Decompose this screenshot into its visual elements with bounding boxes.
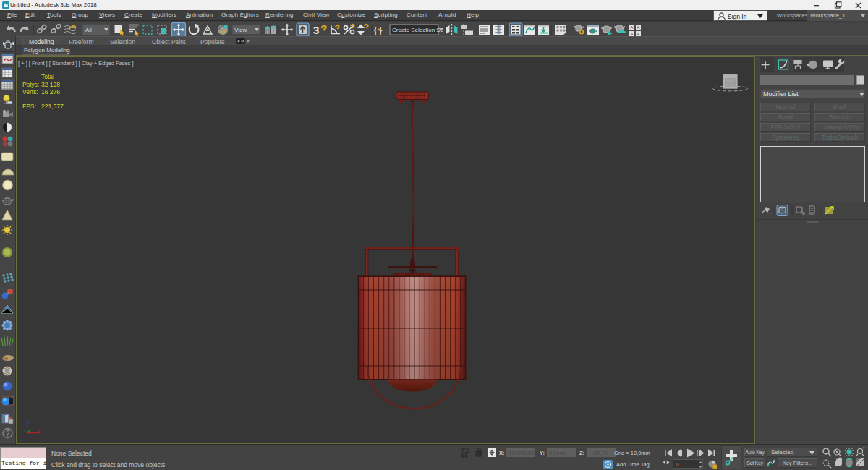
svg-text:Create Selection Se: Create Selection Se [392,27,444,33]
svg-text:A: A [637,25,640,30]
svg-text:?: ? [6,430,10,437]
svg-text:FRONT: FRONT [726,82,736,85]
svg-text:x: x [38,428,40,432]
svg-text:{: { [374,25,378,35]
svg-text:z: z [29,419,31,424]
svg-text:View: View [234,27,247,33]
svg-text:3: 3 [313,24,319,36]
svg-text:y: y [24,428,26,432]
svg-text:All: All [85,27,92,33]
svg-text:HI: HI [4,356,8,361]
svg-text:A: A [631,25,634,30]
